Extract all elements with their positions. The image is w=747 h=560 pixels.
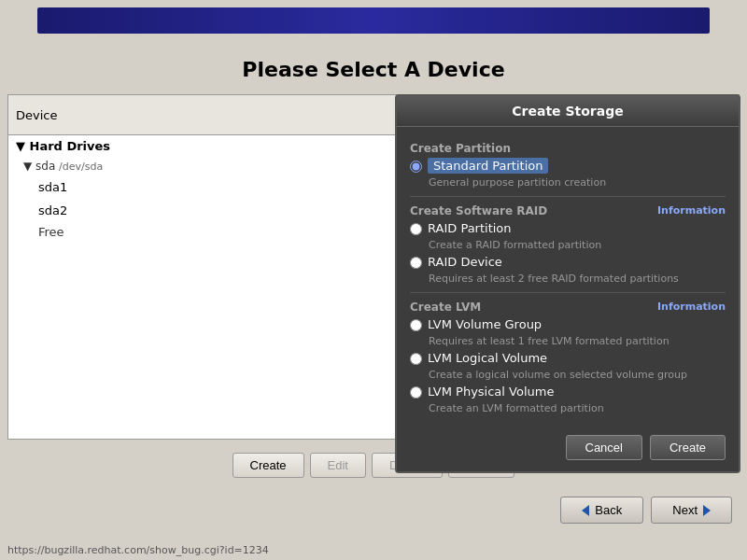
divider-1 <box>410 196 726 197</box>
edit-button[interactable]: Edit <box>310 453 366 478</box>
lvm-info-link[interactable]: Information <box>657 301 726 314</box>
raid-partition-option[interactable]: RAID Partition <box>410 221 726 235</box>
standard-partition-option[interactable]: Standard Partition <box>410 159 726 173</box>
lvm-volume-group-label[interactable]: LVM Volume Group <box>428 317 542 331</box>
raid-partition-label[interactable]: RAID Partition <box>428 221 512 235</box>
dialog-body: Create Partition Standard Partition Gene… <box>397 127 739 427</box>
create-storage-dialog: Create Storage Create Partition Standard… <box>395 94 740 473</box>
lvm-logical-volume-radio[interactable] <box>410 353 422 365</box>
lvm-volume-group-option[interactable]: LVM Volume Group <box>410 317 726 331</box>
standard-partition-label[interactable]: Standard Partition <box>428 158 548 174</box>
dialog-buttons: Cancel Create <box>397 427 739 471</box>
page-title: Please Select A Device <box>0 41 747 94</box>
raid-device-option[interactable]: RAID Device <box>410 255 726 269</box>
create-lvm-header: Create LVM Information <box>410 301 726 314</box>
divider-2 <box>410 292 726 293</box>
nav-bar: Back Next <box>0 489 747 531</box>
status-bar: https://bugzilla.redhat.com/show_bug.cgi… <box>7 544 269 556</box>
status-url: https://bugzilla.redhat.com/show_bug.cgi… <box>7 544 269 556</box>
main-content: Device Size(MB) Mount Point/RAID/Volume … <box>7 94 740 440</box>
lvm-volume-group-radio[interactable] <box>410 319 422 331</box>
next-button[interactable]: Next <box>651 497 732 524</box>
lvm-physical-volume-radio[interactable] <box>410 386 422 399</box>
lvm-physical-volume-label[interactable]: LVM Physical Volume <box>428 385 554 399</box>
raid-device-desc: Requires at least 2 free RAID formated p… <box>429 273 726 285</box>
dialog-cancel-button[interactable]: Cancel <box>566 435 642 460</box>
next-arrow-icon <box>703 505 711 516</box>
back-arrow-icon <box>582 505 589 516</box>
create-software-raid-header: Create Software RAID Information <box>410 204 726 217</box>
top-bar <box>37 7 710 34</box>
create-partition-header: Create Partition <box>410 142 726 155</box>
lvm-physical-volume-desc: Create an LVM formatted partition <box>429 402 726 414</box>
lvm-logical-volume-label[interactable]: LVM Logical Volume <box>428 351 547 365</box>
standard-partition-desc: General purpose partition creation <box>429 176 726 189</box>
dialog-create-button[interactable]: Create <box>650 435 726 460</box>
standard-partition-radio[interactable] <box>410 161 422 173</box>
create-button[interactable]: Create <box>233 453 304 478</box>
raid-device-radio[interactable] <box>410 257 422 269</box>
raid-info-link[interactable]: Information <box>657 204 726 217</box>
lvm-logical-volume-desc: Create a logical volume on selected volu… <box>429 369 726 381</box>
raid-partition-desc: Create a RAID formatted partition <box>429 239 726 251</box>
lvm-physical-volume-option[interactable]: LVM Physical Volume <box>410 385 726 399</box>
back-button[interactable]: Back <box>560 497 643 524</box>
dialog-title: Create Storage <box>397 96 739 127</box>
lvm-volume-group-desc: Requires at least 1 free LVM formated pa… <box>429 335 726 347</box>
raid-device-label[interactable]: RAID Device <box>428 255 502 269</box>
lvm-logical-volume-option[interactable]: LVM Logical Volume <box>410 351 726 365</box>
raid-partition-radio[interactable] <box>410 223 422 235</box>
